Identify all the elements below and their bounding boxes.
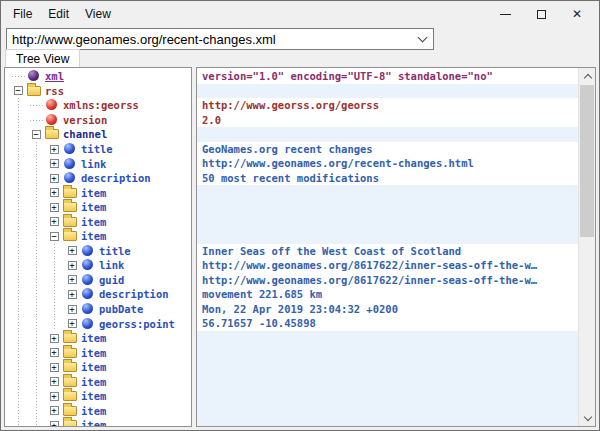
expand-icon[interactable]: +	[68, 290, 77, 299]
expand-icon[interactable]: +	[50, 406, 59, 415]
expand-icon[interactable]: +	[50, 159, 59, 168]
attribute-icon	[46, 114, 57, 125]
tree-node-label[interactable]: item	[81, 187, 106, 199]
value-row: http://www.geonames.org/8617622/inner-se…	[197, 273, 578, 288]
expand-icon[interactable]: +	[50, 348, 59, 357]
minimize-icon	[500, 14, 511, 15]
tree-node-label[interactable]: title	[81, 143, 113, 155]
tree-node-label[interactable]: item	[81, 216, 106, 228]
expand-icon[interactable]: +	[50, 188, 59, 197]
tree-node-label[interactable]: link	[99, 259, 124, 271]
menu-view[interactable]: View	[77, 3, 119, 25]
value-row	[197, 331, 578, 346]
expand-icon[interactable]: +	[50, 203, 59, 212]
folder-icon	[63, 362, 77, 372]
element-icon	[64, 158, 75, 169]
tree-node-label[interactable]: item	[81, 376, 106, 388]
expand-icon[interactable]: +	[50, 174, 59, 183]
tree-row: −channel	[5, 127, 191, 142]
collapse-icon[interactable]: −	[14, 86, 23, 95]
value-row: movement 221.685 km	[197, 287, 578, 302]
expand-icon[interactable]: +	[68, 305, 77, 314]
tree-node-label[interactable]: item	[81, 419, 106, 427]
element-icon	[82, 245, 93, 256]
element-icon	[82, 288, 93, 299]
expand-icon[interactable]: +	[68, 261, 77, 270]
value-row	[197, 418, 578, 427]
tree-node-label[interactable]: guid	[99, 274, 124, 286]
value-row	[197, 214, 578, 229]
tree-node-label[interactable]: xmlns:georss	[63, 99, 139, 111]
maximize-button[interactable]	[523, 2, 559, 26]
node-value: http://www.geonames.org/8617622/inner-se…	[202, 259, 537, 271]
collapse-icon[interactable]: −	[50, 232, 59, 241]
expand-icon[interactable]: +	[68, 319, 77, 328]
close-button[interactable]: ✕	[559, 2, 595, 26]
xml-tree-panel[interactable]: xml−rssxmlns:georssversion−channel+title…	[4, 67, 192, 427]
tree-node-label[interactable]: georss:point	[99, 318, 175, 330]
url-input[interactable]: http://www.geonames.org/recent-changes.x…	[7, 32, 411, 47]
expand-icon[interactable]: +	[50, 145, 59, 154]
tree-node-label[interactable]: item	[81, 230, 106, 242]
value-panel[interactable]: version="1.0" encoding="UTF-8" standalon…	[196, 67, 596, 427]
node-icon-cell	[63, 187, 78, 199]
url-dropdown-button[interactable]	[411, 29, 433, 49]
expand-icon[interactable]: +	[50, 421, 59, 427]
tree-node-label[interactable]: item	[81, 361, 106, 373]
folder-icon	[63, 348, 77, 358]
expand-icon[interactable]: +	[50, 392, 59, 401]
tree-node-label[interactable]: link	[81, 158, 106, 170]
tree-node-label[interactable]: pubDate	[99, 303, 143, 315]
collapse-icon[interactable]: −	[32, 130, 41, 139]
url-combobox[interactable]: http://www.geonames.org/recent-changes.x…	[6, 28, 434, 50]
tree-node-label[interactable]: item	[81, 347, 106, 359]
tree-node-label[interactable]: item	[81, 201, 106, 213]
node-icon-cell	[63, 158, 78, 170]
node-icon-cell	[27, 85, 42, 97]
folder-icon	[45, 129, 59, 139]
node-value: Inner Seas off the West Coast of Scotlan…	[202, 245, 461, 257]
tree-expander-cell: +	[63, 258, 81, 273]
tree-guide-line	[27, 331, 45, 346]
tree-guide-line	[9, 200, 27, 215]
node-icon-cell	[63, 201, 78, 213]
expand-icon[interactable]: +	[68, 275, 77, 284]
tree-row: +item	[5, 331, 191, 346]
vertical-scrollbar[interactable]	[578, 68, 595, 426]
scrollbar-thumb[interactable]	[580, 85, 594, 237]
tree-node-label[interactable]: title	[99, 245, 131, 257]
tree-node-label[interactable]: item	[81, 332, 106, 344]
node-icon-cell	[81, 259, 96, 271]
tab-tree-view[interactable]: Tree View	[5, 49, 80, 67]
scroll-up-button[interactable]	[579, 68, 596, 84]
tree-node-label[interactable]: item	[81, 390, 106, 402]
expand-icon[interactable]: +	[50, 377, 59, 386]
maximize-icon	[537, 10, 546, 19]
menu-file[interactable]: File	[5, 3, 40, 25]
expand-icon[interactable]: +	[50, 363, 59, 372]
expand-icon[interactable]: +	[68, 246, 77, 255]
tree-guide-line	[27, 287, 45, 302]
folder-icon	[63, 188, 77, 198]
tree-expander-cell: −	[9, 84, 27, 99]
tree-node-label[interactable]: rss	[45, 85, 64, 97]
expand-icon[interactable]: +	[50, 334, 59, 343]
element-icon	[82, 318, 93, 329]
tree-node-label[interactable]: channel	[63, 128, 107, 140]
minimize-button[interactable]	[487, 2, 523, 26]
node-value: http://www.georss.org/georss	[202, 99, 379, 111]
menu-edit[interactable]: Edit	[40, 3, 77, 25]
tree-node-label[interactable]: item	[81, 405, 106, 417]
tree-expander-cell: +	[45, 418, 63, 427]
element-icon	[82, 259, 93, 270]
tree-node-label[interactable]: description	[99, 288, 169, 300]
tree-node-label[interactable]: xml	[45, 70, 64, 82]
tree-node-label[interactable]: description	[81, 172, 151, 184]
tree-guide-line	[9, 389, 27, 404]
tree-node-label[interactable]: version	[63, 114, 107, 126]
tree-row: version	[5, 113, 191, 128]
expand-icon[interactable]: +	[50, 217, 59, 226]
tree-row: +link	[5, 258, 191, 273]
tree-guide-line	[9, 287, 27, 302]
scroll-down-button[interactable]	[579, 410, 596, 426]
